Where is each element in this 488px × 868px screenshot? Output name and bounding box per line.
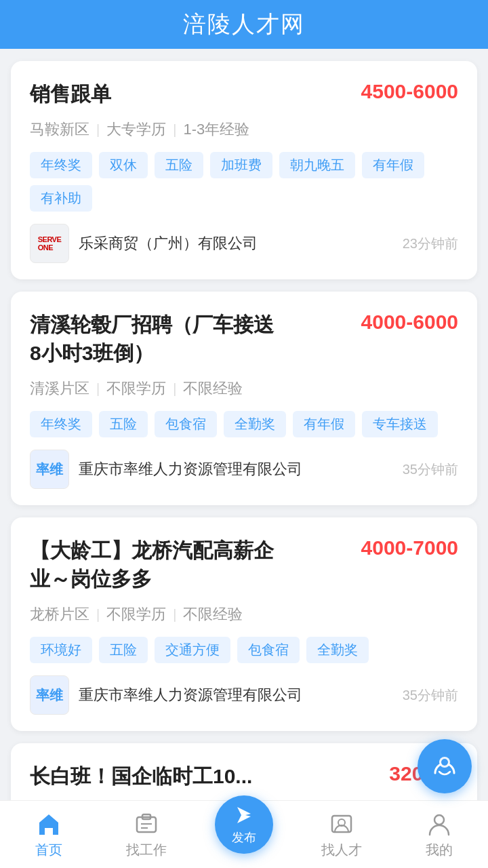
nav-home[interactable]: 首页 xyxy=(15,810,83,859)
tag: 双休 xyxy=(99,152,148,178)
job-tags-3: 环境好 五险 交通方便 包食宿 全勤奖 xyxy=(30,637,458,663)
tag: 环境好 xyxy=(30,637,92,663)
customer-service-button[interactable] xyxy=(418,739,472,793)
tag: 包食宿 xyxy=(155,411,217,437)
tag: 朝九晚五 xyxy=(279,152,355,178)
job-salary-2: 4000-6000 xyxy=(361,311,458,334)
post-time-3: 35分钟前 xyxy=(403,686,458,705)
tag: 专车接送 xyxy=(362,411,438,437)
job-education-3: 不限学历 xyxy=(106,604,166,625)
company-row-3: 率维 重庆市率维人力资源管理有限公司 35分钟前 xyxy=(30,675,458,715)
find-job-icon xyxy=(132,810,161,838)
nav-find-talent[interactable]: 找人才 xyxy=(308,810,375,859)
job-experience-3: 不限经验 xyxy=(183,604,243,625)
job-title-3: 【大龄工】龙桥汽配高薪企业～岗位多多 xyxy=(30,536,274,593)
company-name-3: 重庆市率维人力资源管理有限公司 xyxy=(79,685,302,705)
nav-publish[interactable]: 发布 xyxy=(210,795,278,861)
bottom-nav: 首页 找工作 发布 找人 xyxy=(0,800,488,868)
tag: 加班费 xyxy=(210,152,272,178)
job-meta-1: 马鞍新区 | 大专学历 | 1-3年经验 xyxy=(30,119,458,140)
company-logo-3: 率维 xyxy=(30,675,69,715)
job-card-1[interactable]: 销售跟单 4500-6000 马鞍新区 | 大专学历 | 1-3年经验 年终奖 … xyxy=(11,61,477,279)
home-icon xyxy=(35,810,63,838)
tag: 五险 xyxy=(99,637,148,663)
tag: 有年假 xyxy=(293,411,355,437)
tag: 有年假 xyxy=(362,152,424,178)
svg-point-1 xyxy=(441,759,448,766)
job-title-2: 清溪轮毂厂招聘（厂车接送8小时3班倒） xyxy=(30,311,274,368)
svg-point-8 xyxy=(434,815,444,825)
tag: 有补助 xyxy=(30,185,92,212)
post-time-2: 35分钟前 xyxy=(403,460,458,479)
company-logo-1: SERVEONE xyxy=(30,224,69,263)
company-info-3: 率维 重庆市率维人力资源管理有限公司 xyxy=(30,675,302,715)
job-card-2[interactable]: 清溪轮毂厂招聘（厂车接送8小时3班倒） 4000-6000 清溪片区 | 不限学… xyxy=(11,292,477,505)
tag: 年终奖 xyxy=(30,152,92,178)
company-logo-2: 率维 xyxy=(30,450,69,489)
job-meta-2: 清溪片区 | 不限学历 | 不限经验 xyxy=(30,378,458,399)
tag: 五险 xyxy=(155,152,203,178)
nav-find-job-label: 找工作 xyxy=(126,841,167,859)
company-name-2: 重庆市率维人力资源管理有限公司 xyxy=(79,459,302,479)
job-list: 销售跟单 4500-6000 马鞍新区 | 大专学历 | 1-3年经验 年终奖 … xyxy=(0,49,488,868)
company-row-2: 率维 重庆市率维人力资源管理有限公司 35分钟前 xyxy=(30,450,458,489)
job-experience-1: 1-3年经验 xyxy=(183,119,249,140)
job-education-1: 大专学历 xyxy=(106,119,166,140)
job-salary-1: 4500-6000 xyxy=(361,80,458,103)
tag: 全勤奖 xyxy=(306,637,369,663)
nav-mine[interactable]: 我的 xyxy=(405,810,473,859)
nav-mine-label: 我的 xyxy=(426,841,453,859)
nav-find-talent-label: 找人才 xyxy=(321,841,362,859)
job-tags-1: 年终奖 双休 五险 加班费 朝九晚五 有年假 有补助 xyxy=(30,152,458,212)
mine-icon xyxy=(425,810,453,838)
tag: 年终奖 xyxy=(30,411,92,437)
job-meta-3: 龙桥片区 | 不限学历 | 不限经验 xyxy=(30,604,458,625)
tag: 包食宿 xyxy=(237,637,300,663)
company-name-1: 乐采商贸（广州）有限公司 xyxy=(79,233,258,254)
tag: 交通方便 xyxy=(155,637,230,663)
company-row-1: SERVEONE 乐采商贸（广州）有限公司 23分钟前 xyxy=(30,224,458,263)
job-tags-2: 年终奖 五险 包食宿 全勤奖 有年假 专车接送 xyxy=(30,411,458,437)
job-location-1: 马鞍新区 xyxy=(30,119,89,140)
job-education-2: 不限学历 xyxy=(106,378,166,399)
job-card-3[interactable]: 【大龄工】龙桥汽配高薪企业～岗位多多 4000-7000 龙桥片区 | 不限学历… xyxy=(11,517,477,731)
job-title-4: 长白班！国企临时工10... xyxy=(30,762,252,791)
post-time-1: 23分钟前 xyxy=(403,235,458,253)
app-header: 涪陵人才网 xyxy=(0,0,488,49)
publish-fab-button[interactable]: 发布 xyxy=(215,795,273,854)
job-location-2: 清溪片区 xyxy=(30,378,89,399)
tag: 全勤奖 xyxy=(224,411,286,437)
find-talent-icon xyxy=(327,810,356,838)
job-title-1: 销售跟单 xyxy=(30,80,111,108)
company-info-2: 率维 重庆市率维人力资源管理有限公司 xyxy=(30,450,302,489)
publish-label: 发布 xyxy=(232,829,256,846)
job-salary-3: 4000-7000 xyxy=(361,536,458,559)
app-title: 涪陵人才网 xyxy=(183,9,305,40)
job-location-3: 龙桥片区 xyxy=(30,604,89,625)
tag: 五险 xyxy=(99,411,148,437)
job-experience-2: 不限经验 xyxy=(183,378,243,399)
nav-home-label: 首页 xyxy=(35,841,62,859)
company-info-1: SERVEONE 乐采商贸（广州）有限公司 xyxy=(30,224,258,263)
nav-find-job[interactable]: 找工作 xyxy=(113,810,180,859)
